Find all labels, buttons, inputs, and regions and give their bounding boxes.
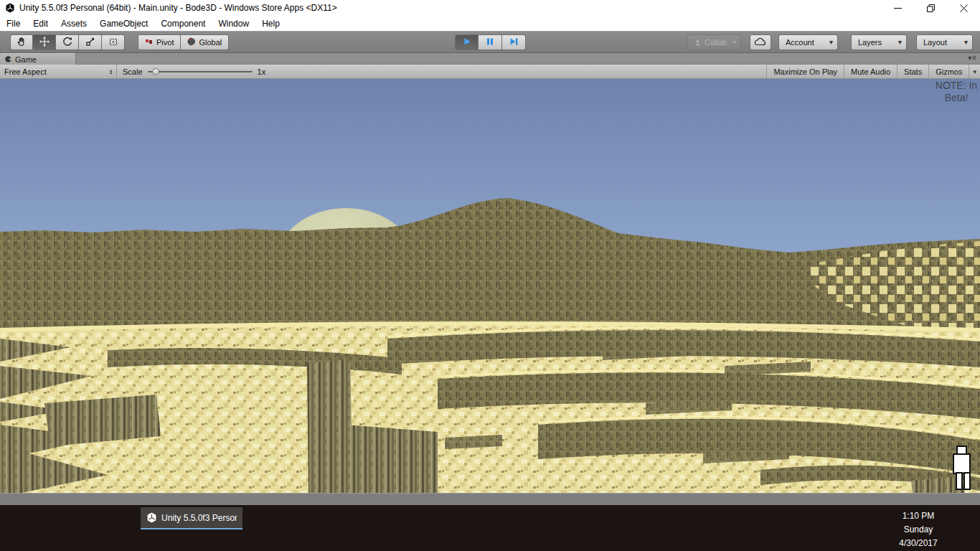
scale-value: 1x [258,67,266,76]
tab-game[interactable]: Game [0,53,76,65]
cloud-icon [754,37,767,47]
windows-taskbar: G Aa Unity 5.5.0f3 Personal... ✎ ⌨ 1:10 … [0,505,980,551]
collab-icon [694,39,702,47]
clock-date: 4/30/2017 [892,537,945,550]
scale-control: Scale 1x [117,65,265,78]
unity-toolbar: Pivot Global Collab Account Layers Layou… [0,32,980,53]
game-viewport[interactable]: NOTE: In Beta! [0,79,980,493]
pause-button[interactable] [479,34,502,50]
scale-label: Scale [123,67,143,76]
unity-app-icon [5,3,15,13]
move-tool-button[interactable] [33,34,56,50]
stats-label: Stats [904,67,922,76]
tab-game-label: Game [15,55,37,64]
maximize-on-play-toggle[interactable]: Maximize On Play [766,65,844,78]
aspect-popup-icon [110,69,112,75]
global-toggle-button[interactable]: Global [181,34,229,50]
account-dropdown[interactable]: Account [778,34,838,50]
taskbar-clock[interactable]: 1:10 PM Sunday 4/30/2017 [892,509,945,550]
taskbar-unity-task[interactable]: Unity 5.5.0f3 Personal... [141,507,242,529]
clock-time: 1:10 PM [892,509,945,523]
menu-gameobject[interactable]: GameObject [93,17,154,30]
scale-icon [85,36,96,49]
menu-edit[interactable]: Edit [27,17,55,30]
window-title: Unity 5.5.0f3 Personal (64bit) - Main.un… [19,3,881,13]
pivot-label: Pivot [156,38,174,47]
layers-label: Layers [858,38,882,47]
menu-assets[interactable]: Assets [55,17,93,30]
menu-window[interactable]: Window [212,17,255,30]
global-icon [187,37,196,47]
pivot-icon [145,37,154,47]
rect-tool-button[interactable] [102,34,125,50]
hand-icon [16,36,27,49]
game-view-icon [4,55,12,63]
rect-tool-icon [108,36,119,49]
beta-note-line2: Beta! [933,92,979,104]
menu-component[interactable]: Component [154,17,212,30]
playmode-group [455,34,526,50]
aspect-value: Free Aspect [4,67,47,76]
unity-status-bar [0,493,980,505]
hand-tool-button[interactable] [10,34,33,50]
window-titlebar[interactable]: Unity 5.5.0f3 Personal (64bit) - Main.un… [0,0,980,16]
beta-note-text: NOTE: In Beta! [933,80,979,104]
play-button[interactable] [455,34,479,50]
maximize-on-play-label: Maximize On Play [773,67,837,76]
layout-dropdown[interactable]: Layout [916,34,973,50]
beta-note-line1: NOTE: In [933,80,979,92]
minimize-button[interactable] [881,0,914,16]
step-icon [508,36,519,49]
unity-task-icon [146,512,157,523]
clock-day: Sunday [892,523,945,537]
desktop-screen: Unity 5.5.0f3 Personal (64bit) - Main.un… [0,0,980,551]
menu-file[interactable]: File [0,17,27,30]
mute-audio-label: Mute Audio [851,67,890,76]
stats-toggle[interactable]: Stats [897,65,928,78]
collab-dropdown[interactable]: Collab [687,34,741,50]
move-icon [39,36,50,49]
scale-slider[interactable] [148,71,253,72]
global-label: Global [199,38,222,47]
pause-icon [484,36,496,49]
gizmos-toggle[interactable]: Gizmos [928,65,969,78]
rendered-scene [0,79,980,493]
panel-tabstrip: Game [0,53,980,65]
account-label: Account [786,38,814,47]
menu-bar: File Edit Assets GameObject Component Wi… [0,16,980,32]
gizmos-label: Gizmos [936,67,962,76]
collab-label: Collab [705,38,727,47]
pivot-toggle-button[interactable]: Pivot [138,34,181,50]
cloud-services-button[interactable] [750,34,771,50]
play-icon [461,36,473,49]
panel-menu-icon[interactable] [968,54,977,62]
aspect-dropdown[interactable]: Free Aspect [0,65,117,78]
layout-label: Layout [923,38,947,47]
rotate-tool-button[interactable] [56,34,79,50]
restore-button[interactable] [914,0,947,16]
rotate-icon [62,36,73,49]
unity-task-label: Unity 5.5.0f3 Personal... [161,513,237,523]
close-button[interactable] [947,0,980,16]
game-control-bar: Free Aspect Scale 1x Maximize On Play Mu… [0,65,980,79]
transform-tools-group [10,34,125,50]
step-button[interactable] [502,34,526,50]
gizmos-dropdown-icon[interactable] [969,65,980,78]
menu-help[interactable]: Help [255,17,286,30]
scale-tool-button[interactable] [79,34,102,50]
mute-audio-toggle[interactable]: Mute Audio [844,65,897,78]
scale-slider-knob[interactable] [152,68,159,75]
layers-dropdown[interactable]: Layers [851,34,907,50]
pivot-global-group: Pivot Global [138,34,229,50]
